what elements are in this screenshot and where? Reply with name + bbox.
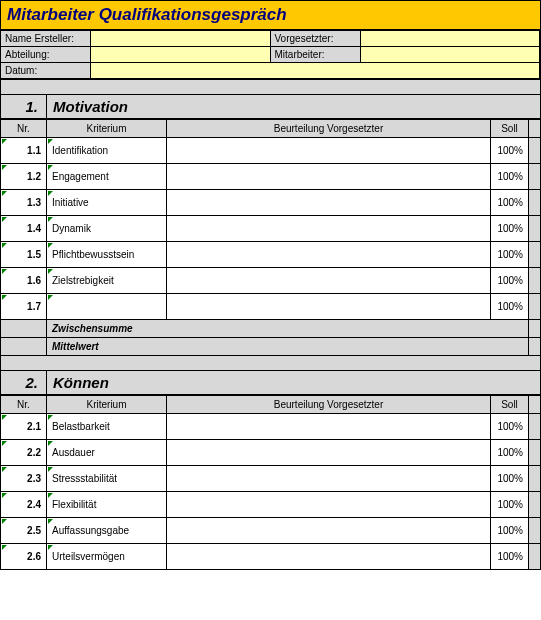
row-beurteilung[interactable] (167, 216, 491, 242)
row-kriterium: Stressstabilität (47, 466, 167, 492)
row-beurteilung[interactable] (167, 544, 491, 570)
row-beurteilung[interactable] (167, 164, 491, 190)
row-kriterium (47, 294, 167, 320)
col-krit-header: Kriterium (47, 396, 167, 414)
row-nr: 2.5 (1, 518, 47, 544)
row-kriterium: Identifikation (47, 138, 167, 164)
row-gap (529, 414, 541, 440)
page-title: Mitarbeiter Qualifikationsgespräch (0, 0, 541, 31)
marker-icon (48, 243, 53, 248)
table-row: 1.7100% (1, 294, 541, 320)
row-beurteilung[interactable] (167, 138, 491, 164)
meta-datum-label: Datum: (1, 63, 91, 79)
row-soll: 100% (491, 268, 529, 294)
row-beurteilung[interactable] (167, 414, 491, 440)
row-soll: 100% (491, 294, 529, 320)
section-header-1: 1. Motivation (0, 94, 541, 119)
table-row: 2.3Stressstabilität100% (1, 466, 541, 492)
row-gap (529, 216, 541, 242)
row-gap (529, 466, 541, 492)
row-beurteilung[interactable] (167, 518, 491, 544)
section-num: 2. (1, 371, 47, 394)
row-kriterium: Engagement (47, 164, 167, 190)
section-header-2: 2. Können (0, 370, 541, 395)
row-nr: 1.5 (1, 242, 47, 268)
section-label: Können (47, 371, 540, 394)
row-nr: 2.6 (1, 544, 47, 570)
row-nr: 2.1 (1, 414, 47, 440)
row-beurteilung[interactable] (167, 190, 491, 216)
zwischensumme-label: Zwischensumme (47, 320, 529, 338)
meta-vorg-label: Vorgesetzter: (271, 31, 361, 47)
row-beurteilung[interactable] (167, 294, 491, 320)
row-gap (529, 242, 541, 268)
row-beurteilung[interactable] (167, 440, 491, 466)
row-soll: 100% (491, 414, 529, 440)
row-soll: 100% (491, 544, 529, 570)
meta-name-value[interactable] (91, 31, 271, 47)
marker-icon (48, 217, 53, 222)
row-beurteilung[interactable] (167, 492, 491, 518)
row-kriterium: Flexibilität (47, 492, 167, 518)
col-bew-header: Beurteilung Vorgesetzter (167, 396, 491, 414)
col-bew-header: Beurteilung Vorgesetzter (167, 120, 491, 138)
meta-block: Name Ersteller: Vorgesetzter: Abteilung:… (0, 31, 541, 80)
row-soll: 100% (491, 138, 529, 164)
row-kriterium: Zielstrebigkeit (47, 268, 167, 294)
row-gap (529, 518, 541, 544)
marker-icon (2, 441, 7, 446)
section-num: 1. (1, 95, 47, 118)
row-nr: 1.4 (1, 216, 47, 242)
row-gap (529, 544, 541, 570)
table-row: 2.6Urteilsvermögen100% (1, 544, 541, 570)
table-row: 1.5Pflichtbewusstsein100% (1, 242, 541, 268)
spacer (0, 80, 541, 94)
row-gap (529, 294, 541, 320)
row-kriterium: Pflichtbewusstsein (47, 242, 167, 268)
marker-icon (48, 269, 53, 274)
meta-vorg-value[interactable] (361, 31, 541, 47)
marker-icon (2, 467, 7, 472)
row-beurteilung[interactable] (167, 466, 491, 492)
marker-icon (48, 545, 53, 550)
table-row: 2.4Flexibilität100% (1, 492, 541, 518)
row-beurteilung[interactable] (167, 268, 491, 294)
meta-abt-value[interactable] (91, 47, 271, 63)
marker-icon (2, 269, 7, 274)
row-nr: 1.6 (1, 268, 47, 294)
row-soll: 100% (491, 518, 529, 544)
row-soll: 100% (491, 440, 529, 466)
meta-datum-value[interactable] (91, 63, 540, 79)
section-label: Motivation (47, 95, 540, 118)
row-kriterium: Belastbarkeit (47, 414, 167, 440)
col-gap (529, 120, 541, 138)
spacer (0, 356, 541, 370)
meta-mit-value[interactable] (361, 47, 541, 63)
col-nr-header: Nr. (1, 120, 47, 138)
col-gap (529, 396, 541, 414)
marker-icon (2, 165, 7, 170)
col-nr-header: Nr. (1, 396, 47, 414)
row-soll: 100% (491, 466, 529, 492)
marker-icon (2, 191, 7, 196)
row-kriterium: Ausdauer (47, 440, 167, 466)
row-kriterium: Urteilsvermögen (47, 544, 167, 570)
row-gap (529, 164, 541, 190)
row-gap (529, 492, 541, 518)
marker-icon (48, 441, 53, 446)
row-nr: 1.1 (1, 138, 47, 164)
section-1-table: Nr. Kriterium Beurteilung Vorgesetzter S… (0, 119, 541, 356)
marker-icon (2, 493, 7, 498)
marker-icon (48, 467, 53, 472)
mittelwert-label: Mittelwert (47, 338, 529, 356)
marker-icon (48, 165, 53, 170)
marker-icon (2, 243, 7, 248)
marker-icon (48, 139, 53, 144)
row-beurteilung[interactable] (167, 242, 491, 268)
table-row: 2.5Auffassungsgabe100% (1, 518, 541, 544)
marker-icon (2, 295, 7, 300)
table-row: 1.3Initiative100% (1, 190, 541, 216)
row-nr: 2.3 (1, 466, 47, 492)
meta-name-label: Name Ersteller: (1, 31, 91, 47)
row-nr: 1.7 (1, 294, 47, 320)
